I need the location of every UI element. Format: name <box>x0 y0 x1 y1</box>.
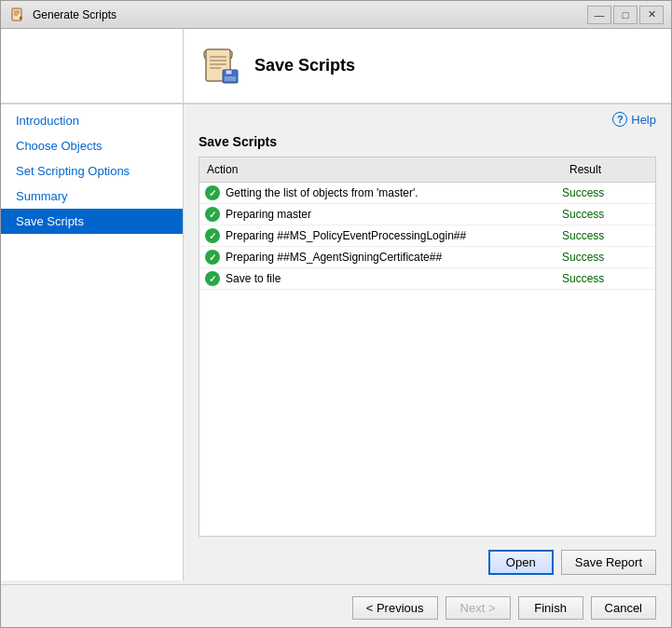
header-section: Save Scripts <box>184 29 671 103</box>
svg-rect-10 <box>226 70 232 75</box>
content-header-row: ? Help <box>184 104 671 130</box>
sidebar-item-save-scripts[interactable]: Save Scripts <box>1 209 183 234</box>
window-icon <box>8 6 27 24</box>
help-icon: ? <box>612 112 627 127</box>
header-result: Result <box>562 161 655 178</box>
table-row: ✓ Save to file Success <box>199 268 655 290</box>
table-header: Action Result <box>199 157 655 183</box>
row-result-4: Success <box>562 251 655 264</box>
success-checkmark: ✓ <box>205 228 220 243</box>
footer-buttons: < Previous Next > Finish Cancel <box>1 589 671 627</box>
row-action-5: Save to file <box>226 272 562 285</box>
sidebar-header <box>1 29 184 103</box>
status-icon-5: ✓ <box>199 271 226 286</box>
results-table: Action Result ✓ Getting the list of obje… <box>199 157 656 537</box>
save-report-button[interactable]: Save Report <box>561 550 656 575</box>
row-result-1: Success <box>562 186 655 199</box>
top-section: Save Scripts <box>1 29 671 104</box>
sidebar-item-choose-objects[interactable]: Choose Objects <box>1 133 183 158</box>
previous-button[interactable]: < Previous <box>352 596 438 620</box>
table-row: ✓ Preparing ##MS_AgentSigningCertificate… <box>199 247 655 268</box>
header-icon <box>199 44 243 89</box>
cancel-button[interactable]: Cancel <box>591 596 656 620</box>
table-row: ✓ Preparing ##MS_PolicyEventProcessingLo… <box>199 225 655 247</box>
status-icon-2: ✓ <box>199 207 226 222</box>
maximize-button[interactable]: □ <box>613 6 638 24</box>
svg-rect-11 <box>225 76 236 81</box>
help-label: Help <box>631 113 656 127</box>
finish-button[interactable]: Finish <box>518 596 583 620</box>
table-row: ✓ Preparing master Success <box>199 204 655 225</box>
action-buttons-row: Open Save Report <box>184 544 671 580</box>
header-title: Save Scripts <box>254 56 355 75</box>
window-title: Generate Scripts <box>33 8 587 21</box>
close-button[interactable]: ✕ <box>639 6 664 24</box>
header-action: Action <box>199 161 562 178</box>
sidebar-nav: Introduction Choose Objects Set Scriptin… <box>1 104 183 580</box>
title-bar: Generate Scripts — □ ✕ <box>1 1 671 29</box>
window-controls: — □ ✕ <box>587 6 664 24</box>
section-title: Save Scripts <box>184 130 671 157</box>
row-result-5: Success <box>562 272 655 285</box>
footer-divider <box>1 584 671 585</box>
row-action-4: Preparing ##MS_AgentSigningCertificate## <box>226 251 562 264</box>
sidebar-item-set-scripting-options[interactable]: Set Scripting Options <box>1 158 183 184</box>
next-button[interactable]: Next > <box>446 596 511 620</box>
success-checkmark: ✓ <box>205 185 220 200</box>
status-icon-1: ✓ <box>199 185 226 200</box>
open-button[interactable]: Open <box>488 550 554 575</box>
sidebar-item-summary[interactable]: Summary <box>1 184 183 209</box>
sidebar: Introduction Choose Objects Set Scriptin… <box>1 104 184 580</box>
content-area: ? Help Save Scripts Action Result <box>184 104 671 580</box>
minimize-button[interactable]: — <box>587 6 611 24</box>
status-icon-4: ✓ <box>199 250 226 265</box>
table-row: ✓ Getting the list of objects from 'mast… <box>199 183 655 204</box>
main-window: Generate Scripts — □ ✕ <box>0 0 672 628</box>
success-checkmark: ✓ <box>205 250 220 265</box>
row-action-1: Getting the list of objects from 'master… <box>226 186 562 199</box>
success-checkmark: ✓ <box>205 207 220 222</box>
success-checkmark: ✓ <box>205 271 220 286</box>
sidebar-item-introduction[interactable]: Introduction <box>1 108 183 133</box>
body-section: Introduction Choose Objects Set Scriptin… <box>1 104 671 580</box>
row-result-3: Success <box>562 229 655 242</box>
row-action-3: Preparing ##MS_PolicyEventProcessingLogi… <box>226 229 562 242</box>
help-link[interactable]: ? Help <box>612 112 656 127</box>
footer: < Previous Next > Finish Cancel <box>1 580 671 627</box>
table-body: ✓ Getting the list of objects from 'mast… <box>199 183 655 536</box>
row-action-2: Preparing master <box>226 208 562 221</box>
row-result-2: Success <box>562 208 655 221</box>
status-icon-3: ✓ <box>199 228 226 243</box>
